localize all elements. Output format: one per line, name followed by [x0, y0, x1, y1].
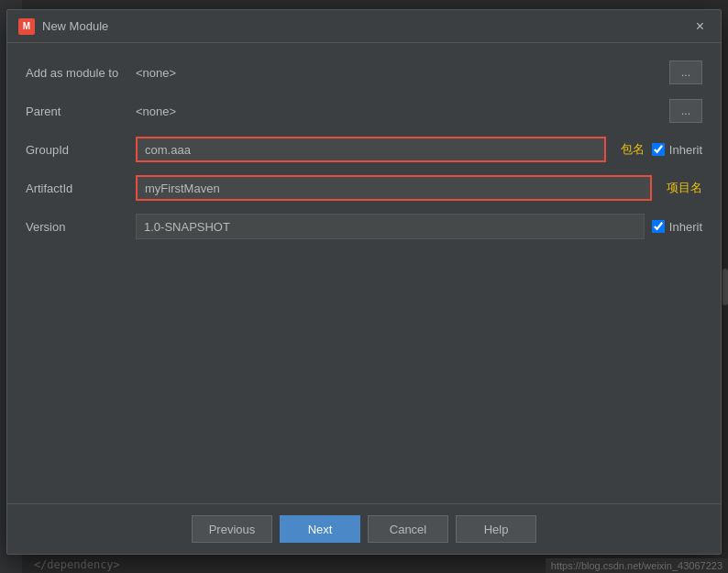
dialog-title: New Module — [42, 19, 108, 33]
version-inherit-checkbox[interactable] — [652, 220, 665, 233]
version-row: Version Inherit — [26, 212, 702, 241]
group-id-row: GroupId 包名 Inherit — [26, 135, 702, 164]
parent-row: Parent <none> ... — [26, 96, 702, 126]
version-label: Version — [26, 220, 136, 234]
group-id-annotation: 包名 — [621, 141, 645, 158]
group-id-inherit-checkbox[interactable] — [652, 143, 665, 156]
artifact-id-row: ArtifactId 项目名 — [26, 173, 702, 203]
artifact-id-label: ArtifactId — [26, 182, 136, 195]
artifact-id-input[interactable] — [136, 175, 652, 201]
version-controls: Inherit — [652, 220, 702, 234]
version-wrapper — [136, 214, 645, 239]
group-id-inherit-text: Inherit — [669, 143, 702, 157]
parent-controls: ... — [669, 99, 702, 123]
parent-wrapper: <none> — [136, 105, 662, 118]
dialog-spacer — [26, 250, 702, 489]
close-button[interactable]: × — [690, 17, 710, 36]
version-inherit-text: Inherit — [669, 220, 702, 234]
group-id-controls: Inherit — [652, 143, 702, 157]
add-as-module-browse-button[interactable]: ... — [669, 61, 702, 84]
artifact-id-annotation: 项目名 — [667, 180, 702, 196]
group-id-wrapper: 包名 — [136, 137, 645, 162]
parent-label: Parent — [26, 105, 136, 118]
artifact-id-wrapper: 项目名 — [136, 175, 702, 201]
cancel-button[interactable]: Cancel — [368, 515, 448, 543]
previous-button[interactable]: Previous — [192, 515, 272, 543]
group-id-inherit-label[interactable]: Inherit — [652, 143, 702, 157]
version-inherit-label[interactable]: Inherit — [652, 220, 702, 234]
dialog-icon: M — [18, 18, 35, 35]
group-id-label: GroupId — [26, 143, 136, 157]
parent-browse-button[interactable]: ... — [669, 99, 702, 123]
parent-value: <none> — [136, 105, 176, 118]
next-button[interactable]: Next — [280, 515, 360, 543]
help-button[interactable]: Help — [456, 515, 536, 543]
dialog-titlebar: M New Module × — [7, 10, 721, 43]
group-id-input[interactable] — [136, 137, 606, 162]
dialog-footer: Previous Next Cancel Help — [7, 503, 721, 554]
dialog-overlay: M New Module × Add as module to <none> .… — [0, 0, 728, 573]
add-as-module-wrapper: <none> — [136, 66, 662, 80]
new-module-dialog: M New Module × Add as module to <none> .… — [6, 9, 722, 555]
version-input[interactable] — [136, 214, 645, 239]
dialog-title-left: M New Module — [18, 18, 108, 35]
url-bar: https://blog.csdn.net/weixin_43067223 — [546, 558, 728, 573]
add-as-module-label: Add as module to — [26, 66, 136, 80]
dialog-body: Add as module to <none> ... Parent <none… — [7, 43, 721, 503]
add-as-module-row: Add as module to <none> ... — [26, 58, 702, 87]
add-as-module-value: <none> — [136, 66, 176, 80]
add-as-module-controls: ... — [669, 61, 702, 84]
